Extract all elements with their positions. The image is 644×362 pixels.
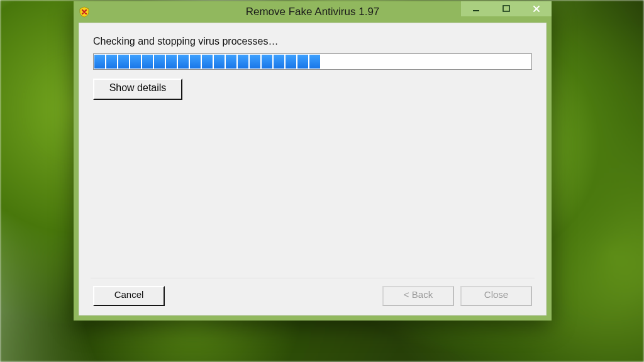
progress-chunk <box>297 55 308 69</box>
svg-rect-0 <box>473 10 479 11</box>
progress-chunk <box>250 55 260 69</box>
window-controls <box>461 1 552 18</box>
shield-x-icon <box>79 6 90 18</box>
progress-chunk <box>142 55 153 69</box>
progress-chunk <box>154 55 165 69</box>
progress-chunk <box>106 55 117 69</box>
client-area: Checking and stopping virus processes… S… <box>79 23 547 315</box>
progress-chunk <box>202 55 213 69</box>
titlebar[interactable]: Remove Fake Antivirus 1.97 <box>74 1 552 23</box>
window-title: Remove Fake Antivirus 1.97 <box>246 6 380 18</box>
progress-chunk <box>214 55 225 69</box>
progress-chunk <box>226 55 236 69</box>
close-button: Close <box>460 286 532 306</box>
minimize-icon <box>472 5 480 13</box>
show-details-button[interactable]: Show details <box>93 79 182 100</box>
svg-rect-1 <box>503 6 509 11</box>
progress-chunk <box>166 55 177 69</box>
separator <box>91 278 535 278</box>
close-window-button[interactable] <box>521 1 552 16</box>
progress-chunk <box>118 55 129 69</box>
progress-chunk <box>190 55 201 69</box>
button-row: Cancel < Back Close <box>93 286 532 306</box>
status-text: Checking and stopping virus processes… <box>93 36 532 47</box>
progress-chunk <box>309 55 320 69</box>
maximize-button[interactable] <box>491 1 521 16</box>
spacer <box>93 100 532 278</box>
cancel-button[interactable]: Cancel <box>93 286 165 306</box>
progress-chunk <box>94 55 105 69</box>
progress-chunk <box>286 55 296 69</box>
minimize-button[interactable] <box>461 1 491 16</box>
app-window: Remove Fake Antivirus 1.97 Checking and … <box>74 1 552 321</box>
progress-chunk <box>274 55 284 69</box>
progress-chunk <box>238 55 248 69</box>
maximize-icon <box>502 5 510 13</box>
close-icon <box>533 5 540 13</box>
progress-chunk <box>178 55 189 69</box>
back-button: < Back <box>382 286 454 306</box>
progress-chunk <box>130 55 141 69</box>
progress-bar <box>93 53 532 70</box>
progress-chunk <box>262 55 272 69</box>
